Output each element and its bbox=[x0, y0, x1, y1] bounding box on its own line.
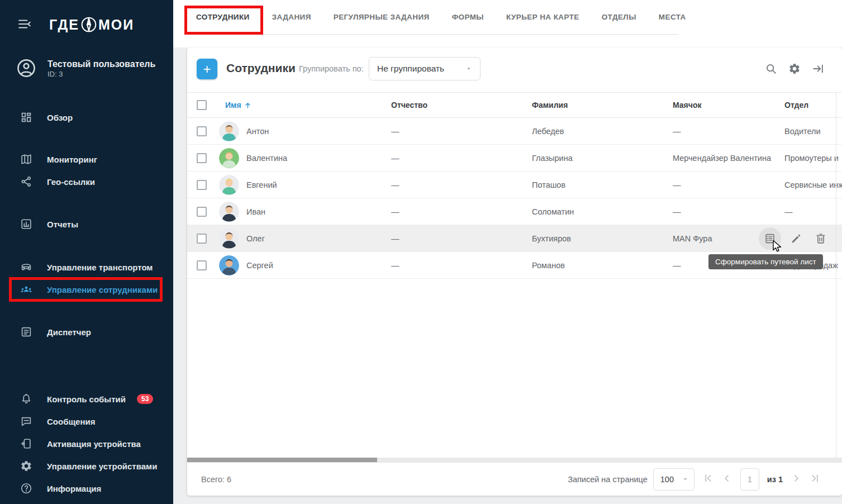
sidebar-item-label: Обзор bbox=[47, 113, 73, 122]
sidebar-item[interactable]: Мониторинг bbox=[0, 148, 173, 170]
page-of-label: из 1 bbox=[767, 475, 783, 484]
employees-card: + Сотрудники Группировать по: Не группир… bbox=[187, 47, 842, 496]
row-checkbox[interactable] bbox=[197, 180, 207, 190]
tab[interactable]: КУРЬЕР НА КАРТЕ bbox=[506, 13, 579, 21]
group-by-select[interactable]: Не группировать bbox=[369, 57, 481, 80]
employee-surname: Лебедев bbox=[532, 127, 673, 136]
column-header-surname[interactable]: Фамилия bbox=[532, 101, 673, 110]
previous-page-button[interactable] bbox=[721, 473, 732, 486]
sidebar-item-icon bbox=[20, 415, 32, 427]
sidebar-item[interactable]: Обзор bbox=[0, 106, 173, 129]
sidebar-item-icon bbox=[20, 153, 32, 165]
employee-patronymic: — bbox=[391, 261, 532, 270]
employee-patronymic: — bbox=[391, 127, 532, 136]
employee-surname: Романов bbox=[532, 261, 673, 270]
pagination: Записей на странице 100 1 из 1 bbox=[568, 463, 821, 496]
tab[interactable]: СОТРУДНИКИ bbox=[196, 13, 250, 21]
per-page-select[interactable]: 100 bbox=[653, 468, 694, 491]
sidebar-item-icon bbox=[20, 111, 32, 123]
employee-first-name: Иван bbox=[246, 207, 265, 216]
sidebar-item-label: Диспетчер bbox=[47, 327, 91, 337]
settings-icon[interactable] bbox=[788, 63, 801, 75]
sidebar-item[interactable]: Отчеты bbox=[0, 213, 173, 235]
sidebar-item[interactable]: Гео-ссылки bbox=[0, 170, 173, 193]
employee-first-name: Олег bbox=[246, 234, 265, 243]
column-header-name[interactable]: Имя bbox=[219, 101, 391, 110]
table-header: Имя Отчество Фамилия Маячок Отдел bbox=[187, 92, 842, 118]
select-all-checkbox[interactable] bbox=[197, 100, 207, 110]
employee-department: Промоутеры и bbox=[784, 154, 842, 163]
last-page-button[interactable] bbox=[810, 473, 821, 486]
row-checkbox[interactable] bbox=[197, 207, 207, 217]
horizontal-scrollbar[interactable] bbox=[187, 458, 842, 462]
tab[interactable]: ОТДЕЛЫ bbox=[602, 13, 636, 21]
sidebar-item[interactable]: Управление транспортом bbox=[0, 256, 173, 278]
sidebar-item-icon bbox=[20, 218, 32, 230]
table-row[interactable]: Олег — Бухтияров MAN Фура bbox=[187, 225, 842, 252]
row-checkbox[interactable] bbox=[197, 260, 207, 270]
employee-first-name: Сергей bbox=[246, 261, 273, 270]
edit-button[interactable] bbox=[790, 232, 802, 245]
sidebar-item[interactable]: Контроль событий 53 bbox=[0, 388, 173, 410]
logo-text-right: МОИ bbox=[98, 17, 134, 33]
sidebar-item-icon bbox=[20, 261, 32, 273]
sidebar-item-label: Управление сотрудниками bbox=[47, 285, 158, 294]
column-header-department[interactable]: Отдел bbox=[784, 101, 842, 110]
employee-avatar bbox=[219, 175, 239, 195]
column-header-patronymic[interactable]: Отчество bbox=[391, 101, 532, 110]
sidebar-item-icon bbox=[20, 460, 32, 472]
page-number-input[interactable]: 1 bbox=[740, 468, 759, 491]
first-page-button[interactable] bbox=[702, 473, 713, 486]
scrollbar-thumb[interactable] bbox=[187, 458, 377, 462]
sidebar-item[interactable]: Диспетчер bbox=[0, 321, 173, 343]
menu-collapse-icon[interactable] bbox=[17, 17, 32, 31]
group-by-label: Группировать по: bbox=[299, 64, 364, 73]
tab[interactable]: МЕСТА bbox=[659, 13, 686, 21]
sidebar-nav: Обзор Мониторинг Гео-ссылки Отчеты Управ… bbox=[0, 106, 173, 500]
employee-patronymic: — bbox=[391, 154, 532, 163]
column-header-beacon[interactable]: Маячок bbox=[673, 101, 784, 110]
table-row[interactable]: Иван — Соломатин — — bbox=[187, 198, 842, 225]
tab[interactable]: ФОРМЫ bbox=[452, 13, 484, 21]
trash-icon bbox=[815, 232, 827, 245]
table-row[interactable]: Валентина — Глазырина Мерчендайзер Вален… bbox=[187, 145, 842, 172]
sidebar-item[interactable]: Информация bbox=[0, 477, 173, 500]
page-title: Сотрудники bbox=[226, 61, 296, 75]
sidebar-item[interactable]: Управление сотрудниками bbox=[0, 278, 173, 301]
search-icon[interactable] bbox=[765, 63, 777, 75]
sidebar-item-icon bbox=[20, 438, 32, 450]
sidebar-item-label: Контроль событий bbox=[47, 394, 126, 404]
employee-surname: Соломатин bbox=[532, 207, 673, 216]
table-row[interactable]: Антон — Лебедев — Водители bbox=[187, 118, 842, 145]
tab[interactable]: РЕГУЛЯРНЫЕ ЗАДАНИЯ bbox=[334, 13, 430, 21]
sidebar-item[interactable]: Активация устройства bbox=[0, 432, 173, 455]
sidebar-item[interactable]: Управление устройствами bbox=[0, 455, 173, 477]
employee-beacon: — bbox=[673, 127, 784, 136]
mouse-cursor bbox=[770, 239, 783, 253]
sidebar-item-icon bbox=[20, 326, 32, 338]
row-checkbox[interactable] bbox=[197, 126, 207, 136]
employee-avatar bbox=[219, 202, 239, 222]
tab[interactable]: ЗАДАНИЯ bbox=[272, 13, 311, 21]
collapse-panel-icon[interactable] bbox=[812, 63, 824, 75]
sidebar-item-label: Управление транспортом bbox=[47, 263, 153, 272]
delete-button[interactable] bbox=[815, 232, 827, 245]
employee-avatar bbox=[219, 148, 239, 168]
table-row[interactable]: Евгений — Поташов — Сервисные инж bbox=[187, 172, 842, 198]
employee-patronymic: — bbox=[391, 234, 532, 243]
user-block[interactable]: Тестовый пользователь ID: 3 bbox=[16, 58, 155, 79]
employee-department: Водители bbox=[784, 127, 842, 136]
user-id: ID: 3 bbox=[47, 70, 155, 78]
card-header-icons bbox=[765, 63, 824, 75]
pinned-column-divider bbox=[836, 92, 836, 458]
waybill-tooltip: Сформировать путевой лист bbox=[708, 254, 823, 269]
sidebar-item-label: Отчеты bbox=[47, 220, 78, 229]
employee-department: — bbox=[784, 207, 842, 216]
employee-avatar bbox=[219, 121, 239, 141]
next-page-button[interactable] bbox=[791, 473, 802, 486]
add-employee-button[interactable]: + bbox=[197, 59, 217, 79]
row-checkbox[interactable] bbox=[197, 153, 207, 163]
row-checkbox[interactable] bbox=[197, 234, 207, 244]
sidebar-item[interactable]: Сообщения bbox=[0, 410, 173, 432]
employee-beacon: — bbox=[673, 207, 784, 216]
